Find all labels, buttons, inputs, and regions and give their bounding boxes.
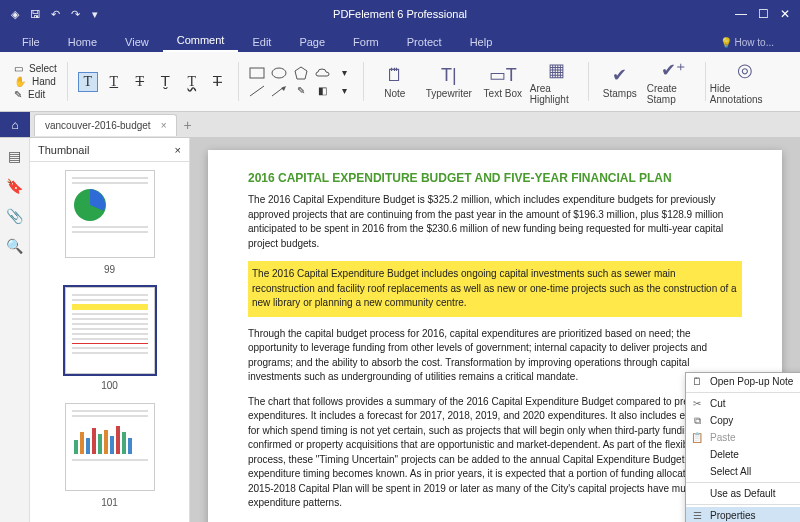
- properties-icon: ☰: [690, 510, 704, 521]
- note-button[interactable]: 🗒Note: [368, 56, 422, 107]
- ctx-paste: 📋PasteCtrl+V: [686, 429, 800, 446]
- hide-annotations-button[interactable]: ◎Hide Annotations: [710, 56, 780, 107]
- minimize-button[interactable]: —: [732, 7, 750, 21]
- document-tab[interactable]: vancouver-2016-budget ×: [34, 114, 177, 136]
- area-highlight-button[interactable]: ▦Area Highlight: [530, 56, 584, 107]
- left-sidebar: ▤ 🔖 📎 🔍: [0, 138, 30, 522]
- typewriter-icon: T|: [438, 64, 460, 86]
- ctx-properties[interactable]: ☰Properties: [686, 507, 800, 522]
- maximize-button[interactable]: ☐: [754, 7, 772, 21]
- text-caret-tool[interactable]: T̮: [156, 72, 176, 92]
- arrow-tool[interactable]: [271, 83, 287, 99]
- edit-icon: ✎: [14, 89, 22, 100]
- stamps-button[interactable]: ✔Stamps: [593, 56, 647, 107]
- qat-undo-icon[interactable]: ↶: [48, 7, 62, 21]
- search-icon[interactable]: 🔍: [6, 238, 23, 254]
- ctx-copy[interactable]: ⧉CopyCtrl+C: [686, 412, 800, 429]
- thumbnail-panel: Thumbnail × 99 100 101: [30, 138, 190, 522]
- how-to-link[interactable]: 💡How to...: [712, 33, 782, 52]
- thumbnail-page-101[interactable]: [65, 403, 155, 491]
- highlighted-paragraph[interactable]: The 2016 Capital Expenditure Budget incl…: [248, 261, 742, 317]
- svg-rect-8: [80, 432, 84, 454]
- cloud-shape[interactable]: [315, 65, 331, 81]
- menu-form[interactable]: Form: [339, 32, 393, 52]
- bookmarks-icon[interactable]: 🔖: [6, 178, 23, 194]
- thumbnail-label-100: 100: [101, 380, 118, 391]
- area-highlight-icon: ▦: [546, 59, 568, 81]
- thumbnail-label-101: 101: [101, 497, 118, 508]
- edit-tool[interactable]: ✎Edit: [14, 89, 57, 100]
- add-tab-button[interactable]: +: [183, 117, 191, 133]
- tab-strip: ⌂ vancouver-2016-budget × +: [0, 112, 800, 138]
- polygon-shape[interactable]: [293, 65, 309, 81]
- qat-dropdown-icon[interactable]: ▾: [88, 7, 102, 21]
- ctx-open-popup-note[interactable]: 🗒Open Pop-up Note: [686, 373, 800, 390]
- textbox-icon: ▭T: [492, 64, 514, 86]
- thumbnail-label-99: 99: [104, 264, 115, 275]
- menu-home[interactable]: Home: [54, 32, 111, 52]
- select-tool[interactable]: ▭Select: [14, 63, 57, 74]
- attachments-icon[interactable]: 📎: [6, 208, 23, 224]
- qat-save-icon[interactable]: 🖫: [28, 7, 42, 21]
- note-icon: 🗒: [384, 64, 406, 86]
- textbox-button[interactable]: ▭TText Box: [476, 56, 530, 107]
- ctx-use-as-default[interactable]: Use as Default: [686, 485, 800, 502]
- text-strikethrough-tool[interactable]: T: [130, 72, 150, 92]
- ctx-delete[interactable]: DeleteDelete: [686, 446, 800, 463]
- app-title: PDFelement 6 Professional: [333, 8, 467, 20]
- rectangle-shape[interactable]: [249, 65, 265, 81]
- pencil-tool[interactable]: ✎: [293, 83, 309, 99]
- create-stamp-icon: ✔⁺: [663, 59, 685, 81]
- text-replace-tool[interactable]: T̶: [208, 72, 228, 92]
- svg-rect-13: [110, 436, 114, 454]
- thumbnail-page-100[interactable]: [65, 287, 155, 375]
- thumbnail-page-99[interactable]: [65, 170, 155, 258]
- svg-rect-16: [128, 438, 132, 454]
- thumbnail-panel-title: Thumbnail: [38, 144, 89, 156]
- ribbon: ▭Select ✋Hand ✎Edit T T T T̮ T T̶ ▾ ✎ ◧ …: [0, 52, 800, 112]
- select-icon: ▭: [14, 63, 23, 74]
- oval-shape[interactable]: [271, 65, 287, 81]
- svg-rect-0: [250, 68, 264, 78]
- line-tool[interactable]: [249, 83, 265, 99]
- svg-rect-15: [122, 432, 126, 454]
- menu-comment[interactable]: Comment: [163, 30, 239, 52]
- stamps-icon: ✔: [609, 64, 631, 86]
- hand-tool[interactable]: ✋Hand: [14, 76, 57, 87]
- menu-view[interactable]: View: [111, 32, 163, 52]
- svg-rect-9: [86, 438, 90, 454]
- document-area[interactable]: 2016 CAPITAL EXPENDITURE BUDGET AND FIVE…: [190, 138, 800, 522]
- thumbnails-icon[interactable]: ▤: [8, 148, 21, 164]
- arrow-dropdown[interactable]: ▾: [337, 65, 353, 81]
- typewriter-button[interactable]: T|Typewriter: [422, 56, 476, 107]
- thumbnail-panel-close[interactable]: ×: [175, 144, 181, 156]
- eraser-tool[interactable]: ◧: [315, 83, 331, 99]
- paragraph-2: Through the capital budget process for 2…: [248, 327, 742, 385]
- menu-page[interactable]: Page: [285, 32, 339, 52]
- menu-file[interactable]: File: [8, 32, 54, 52]
- ctx-cut[interactable]: ✂CutCtrl+X: [686, 395, 800, 412]
- text-squiggly-tool[interactable]: T: [182, 72, 202, 92]
- text-underline-tool[interactable]: T: [104, 72, 124, 92]
- app-icon: ◈: [8, 7, 22, 21]
- svg-rect-7: [74, 440, 78, 454]
- create-stamp-button[interactable]: ✔⁺Create Stamp: [647, 56, 701, 107]
- menu-help[interactable]: Help: [456, 32, 507, 52]
- context-menu: 🗒Open Pop-up Note ✂CutCtrl+X ⧉CopyCtrl+C…: [685, 372, 800, 522]
- qat-redo-icon[interactable]: ↷: [68, 7, 82, 21]
- workspace: ▤ 🔖 📎 🔍 Thumbnail × 99 100: [0, 138, 800, 522]
- svg-marker-2: [295, 67, 307, 79]
- menu-edit[interactable]: Edit: [238, 32, 285, 52]
- menu-protect[interactable]: Protect: [393, 32, 456, 52]
- close-button[interactable]: ✕: [776, 7, 794, 21]
- page-heading: 2016 CAPITAL EXPENDITURE BUDGET AND FIVE…: [248, 170, 742, 187]
- copy-icon: ⧉: [690, 415, 704, 427]
- svg-rect-12: [104, 430, 108, 454]
- home-tab-icon[interactable]: ⌂: [0, 112, 30, 137]
- tab-close-icon[interactable]: ×: [161, 120, 167, 131]
- cut-icon: ✂: [690, 398, 704, 409]
- ctx-select-all[interactable]: Select AllCtrl+A: [686, 463, 800, 480]
- text-highlight-tool[interactable]: T: [78, 72, 98, 92]
- shape-dropdown[interactable]: ▾: [337, 83, 353, 99]
- paste-icon: 📋: [690, 432, 704, 443]
